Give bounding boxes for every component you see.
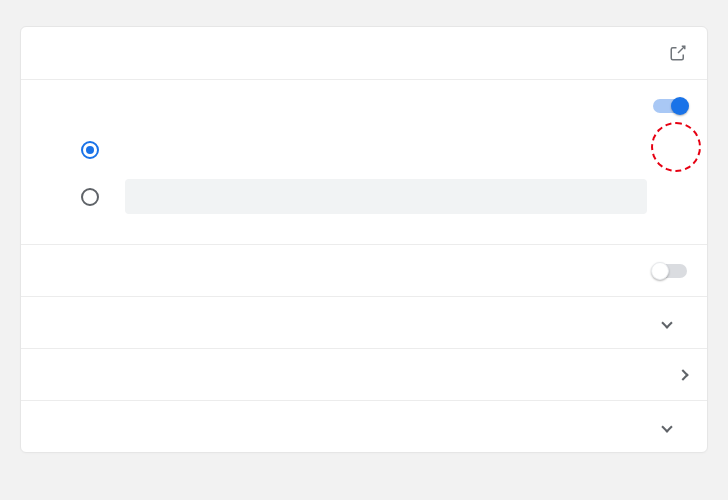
page-zoom-select[interactable] [497, 417, 687, 437]
font-size-row [21, 296, 707, 348]
settings-card [20, 26, 708, 453]
chevron-down-icon [661, 317, 672, 328]
home-option-new-tab[interactable] [41, 131, 687, 169]
bookmarks-bar-row [21, 244, 707, 296]
home-option-custom-url[interactable] [41, 169, 687, 224]
open-external-icon [669, 44, 687, 62]
bookmarks-bar-toggle[interactable] [653, 264, 687, 278]
home-button-options [21, 131, 707, 244]
home-button-row [21, 79, 707, 131]
chevron-down-icon [661, 421, 672, 432]
radio-selected-icon [81, 141, 99, 159]
home-custom-url-input[interactable] [125, 179, 647, 214]
page-zoom-row [21, 400, 707, 452]
theme-row[interactable] [21, 27, 707, 79]
font-size-select[interactable] [497, 313, 687, 333]
chevron-right-icon [677, 369, 688, 380]
home-button-toggle[interactable] [653, 99, 687, 113]
radio-unselected-icon [81, 188, 99, 206]
customize-fonts-row[interactable] [21, 348, 707, 400]
